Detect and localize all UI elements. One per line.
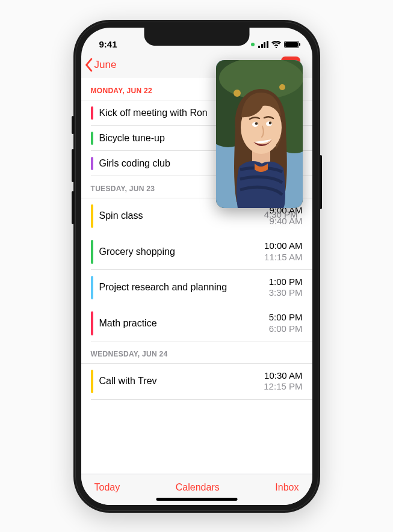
- battery-icon: [284, 41, 299, 48]
- event-row[interactable]: Call with Trev10:30 AM12:15 PM: [81, 364, 312, 400]
- event-color-bar: [91, 157, 93, 170]
- event-times: 1:00 PM3:30 PM: [269, 277, 303, 299]
- event-color-bar: [91, 106, 93, 120]
- phone-frame: 9:41 June: [73, 20, 320, 513]
- home-indicator[interactable]: [156, 498, 237, 501]
- event-color-bar: [91, 132, 93, 145]
- recording-indicator-icon: [251, 43, 255, 46]
- today-button[interactable]: Today: [94, 482, 120, 493]
- back-label: June: [94, 59, 117, 71]
- event-end-time: 12:15 PM: [264, 381, 302, 393]
- day-header: WEDNESDAY, JUN 24: [81, 341, 312, 364]
- event-times: 5:00 PM6:00 PM: [269, 312, 303, 335]
- event-title: Bicycle tune-up: [99, 132, 165, 144]
- event-title: Kick off meeting with Ron: [99, 107, 208, 119]
- calendars-button[interactable]: Calendars: [176, 482, 220, 493]
- event-color-bar: [91, 204, 93, 228]
- svg-point-11: [234, 90, 241, 97]
- event-color-bar: [91, 276, 93, 300]
- obscured-event-time: 4:30 PM: [264, 209, 298, 219]
- event-start-time: 10:00 AM: [264, 240, 302, 252]
- wifi-icon: [271, 41, 281, 48]
- event-title: Spin class: [99, 210, 143, 222]
- screen: 9:41 June: [81, 28, 312, 505]
- event-start-time: 5:00 PM: [269, 312, 303, 323]
- mute-switch: [72, 116, 74, 134]
- event-color-bar: [91, 240, 93, 264]
- event-title: Grocery shopping: [99, 246, 175, 258]
- svg-point-12: [279, 84, 285, 90]
- event-end-time: 11:15 AM: [264, 252, 302, 263]
- event-title: Girls coding club: [99, 157, 170, 170]
- status-time: 9:41: [99, 39, 117, 49]
- event-title: Math practice: [99, 317, 157, 329]
- notch: [144, 28, 249, 46]
- inbox-button[interactable]: Inbox: [275, 482, 299, 493]
- event-end-time: 3:30 PM: [269, 287, 303, 299]
- event-color-bar: [91, 311, 93, 335]
- event-color-bar: [91, 370, 93, 394]
- event-start-time: 1:00 PM: [269, 277, 303, 288]
- facetime-video-thumbnail: [216, 60, 303, 208]
- chevron-left-icon: [85, 58, 93, 72]
- event-start-time: 10:30 AM: [264, 370, 302, 382]
- event-row[interactable]: Math practice5:00 PM6:00 PM: [81, 305, 312, 341]
- svg-point-17: [255, 122, 258, 125]
- volume-up-button: [72, 149, 74, 182]
- event-times: 10:30 AM12:15 PM: [264, 370, 302, 393]
- svg-point-19: [268, 121, 271, 124]
- side-button: [320, 155, 322, 209]
- event-title: Project research and planning: [99, 281, 227, 293]
- event-end-time: 6:00 PM: [269, 323, 303, 335]
- back-button[interactable]: June: [85, 58, 117, 72]
- event-title: Call with Trev: [99, 375, 157, 387]
- cellular-signal-icon: [258, 41, 268, 48]
- facetime-pip[interactable]: [216, 60, 303, 208]
- volume-down-button: [72, 191, 74, 224]
- event-row[interactable]: Project research and planning1:00 PM3:30…: [81, 270, 312, 306]
- event-times: 10:00 AM11:15 AM: [264, 240, 302, 263]
- event-row[interactable]: Grocery shopping10:00 AM11:15 AM: [81, 234, 312, 270]
